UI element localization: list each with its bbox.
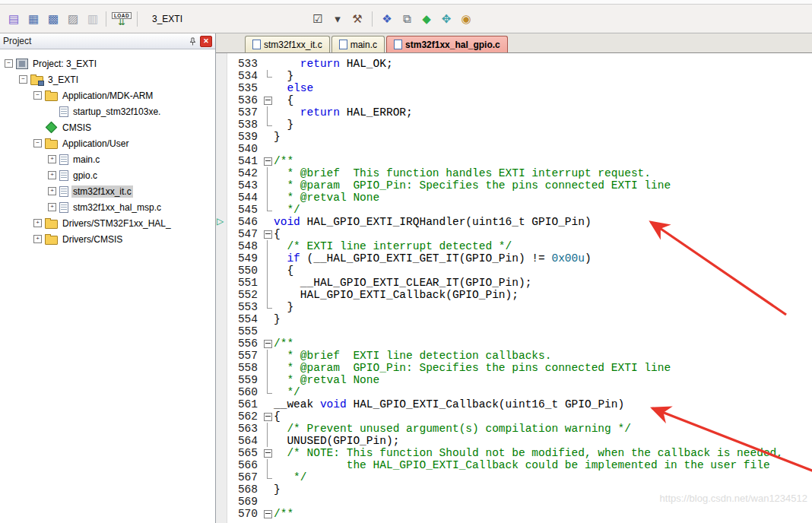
code-line-563: 563 /* Prevent unused argument(s) compil…	[227, 423, 812, 435]
manage-components-icon[interactable]: ⧉	[398, 10, 416, 28]
fold-column	[262, 301, 274, 313]
fold-marker	[267, 362, 268, 374]
fold-column[interactable]	[262, 228, 274, 240]
fold-column[interactable]	[262, 338, 274, 350]
code-line-562: 562{	[227, 410, 812, 423]
fold-column	[262, 179, 274, 192]
code-text: /* NOTE: This function Should not be mod…	[274, 447, 783, 459]
tab-stm32f1xx-it-c[interactable]: stm32f1xx_it.c	[245, 36, 330, 52]
line-number: 558	[227, 362, 262, 374]
select-target-icon[interactable]: ☑	[309, 10, 327, 28]
folder-icon	[45, 220, 58, 229]
collapse-icon[interactable]: −	[33, 91, 42, 100]
expand-icon[interactable]: +	[48, 155, 56, 163]
code-editor[interactable]: ▷ 533 return HAL_OK;534 }535 else536 {53…	[216, 53, 812, 523]
expand-icon[interactable]: +	[33, 219, 42, 227]
fold-marker	[267, 240, 268, 252]
manage-project-items-icon[interactable]: ❖	[378, 10, 396, 28]
download-to-flash-button[interactable]: LOAD ⇊	[110, 10, 133, 28]
fold-column[interactable]	[262, 508, 274, 520]
line-number: 538	[227, 119, 262, 131]
current-line-arrow-icon: ▷	[217, 215, 224, 227]
manage-rte-icon[interactable]: ◆	[417, 10, 436, 28]
stop-build-icon[interactable]: ▥	[84, 10, 102, 28]
breakpoint-margin[interactable]: ▷	[216, 53, 227, 523]
options-for-target-icon[interactable]: ⚒	[348, 10, 366, 28]
tab-label: stm32f1xx_it.c	[264, 40, 322, 50]
code-text: /* Prevent unused argument(s) compilatio…	[274, 423, 631, 435]
tree-item-stm32f1xx-it-c[interactable]: +stm32f1xx_it.c	[0, 183, 215, 199]
build-toolbar-group: ▤▦▩▨▥	[5, 10, 102, 28]
configure-flash-icon[interactable]: ✥	[437, 10, 455, 28]
tree-item-main-c[interactable]: +main.c	[0, 151, 215, 167]
tree-item-project-3-exti[interactable]: −Project: 3_EXTI	[0, 55, 215, 71]
code-text: * @retval None	[274, 374, 379, 386]
code-text: * @param GPIO_Pin: Specifies the pins co…	[274, 179, 671, 192]
tree-item-stm32f1xx-hal-msp-c[interactable]: +stm32f1xx_hal_msp.c	[0, 199, 215, 215]
code-line-561: 561__weak void HAL_GPIO_EXTI_Callback(ui…	[227, 398, 812, 410]
translate-file-icon[interactable]: ▤	[5, 10, 23, 28]
tree-item-drivers-stm32f1xx-hal[interactable]: +Drivers/STM32F1xx_HAL_	[0, 215, 215, 231]
code-text: /**	[274, 155, 293, 167]
tab-main-c[interactable]: main.c	[331, 36, 385, 52]
line-number: 540	[227, 143, 262, 155]
close-panel-button[interactable]	[200, 36, 212, 47]
tree-item-label: stm32f1xx_it.c	[71, 185, 133, 198]
tab-label: stm32f1xx_hal_gpio.c	[405, 40, 500, 50]
build-icon[interactable]: ▦	[24, 10, 43, 28]
code-line-534: 534 }	[227, 70, 812, 82]
fold-column[interactable]	[262, 410, 274, 423]
line-number: 546	[227, 216, 262, 228]
fold-column	[262, 167, 274, 179]
collapse-icon[interactable]: −	[5, 59, 13, 68]
code-line-552: 552 HAL_GPIO_EXTI_Callback(GPIO_Pin);	[227, 289, 812, 301]
code-line-540: 540	[227, 143, 812, 155]
tree-item-application-user[interactable]: −Application/User	[0, 135, 215, 151]
code-text: if (__HAL_GPIO_EXTI_GET_IT(GPIO_Pin) != …	[274, 252, 592, 265]
fold-marker	[267, 192, 268, 204]
fold-column[interactable]	[262, 94, 274, 106]
expand-icon[interactable]: +	[48, 203, 56, 211]
fold-column[interactable]	[262, 155, 274, 167]
expand-icon[interactable]: +	[48, 187, 56, 195]
tab-label: main.c	[350, 40, 377, 50]
tree-item-cmsis[interactable]: CMSIS	[0, 119, 215, 135]
target-dropdown-icon[interactable]: ▾	[328, 10, 347, 28]
code-line-539: 539}	[227, 131, 812, 143]
tree-item-drivers-cmsis[interactable]: +Drivers/CMSIS	[0, 231, 215, 247]
code-line-550: 550 {	[227, 265, 812, 277]
line-number: 559	[227, 374, 262, 386]
fold-column	[262, 252, 274, 265]
line-number: 560	[227, 386, 262, 398]
collapse-icon[interactable]: −	[19, 75, 27, 84]
tree-item-label: startup_stm32f103xe.	[71, 106, 162, 118]
pack-installer-icon[interactable]: ◉	[457, 10, 475, 28]
tree-item-label: stm32f1xx_hal_msp.c	[71, 201, 163, 214]
fold-marker	[267, 289, 268, 301]
target-selector[interactable]: 3_EXTI	[152, 14, 195, 24]
batch-build-icon[interactable]: ▨	[64, 10, 82, 28]
collapse-icon[interactable]: −	[33, 139, 42, 147]
tab-stm32f1xx-hal-gpio-c[interactable]: stm32f1xx_hal_gpio.c	[386, 36, 508, 52]
tree-item-startup-stm32f103xe[interactable]: startup_stm32f103xe.	[0, 103, 215, 119]
code-text: /* EXTI line interrupt detected */	[274, 240, 512, 252]
fold-column	[262, 483, 274, 496]
document-icon	[339, 40, 347, 49]
fold-column	[262, 70, 274, 82]
rebuild-icon[interactable]: ▩	[44, 10, 62, 28]
code-lines[interactable]: 533 return HAL_OK;534 }535 else536 {537 …	[227, 53, 812, 523]
code-line-555: 555	[227, 325, 812, 338]
code-line-567: 567 */	[227, 471, 812, 483]
code-text: else	[274, 82, 313, 94]
expand-icon[interactable]: +	[33, 235, 42, 243]
code-line-556: 556/**	[227, 338, 812, 350]
tfolder-icon	[30, 76, 43, 85]
tree-item-3-exti[interactable]: −3_EXTI	[0, 71, 215, 87]
fold-column	[262, 459, 274, 471]
expand-icon[interactable]: +	[48, 171, 56, 179]
tree-item-application-mdk-arm[interactable]: −Application/MDK-ARM	[0, 87, 215, 103]
fold-column[interactable]	[262, 447, 274, 459]
line-number: 553	[227, 301, 262, 313]
tree-item-gpio-c[interactable]: +gpio.c	[0, 167, 215, 183]
pin-icon[interactable]	[189, 37, 197, 46]
